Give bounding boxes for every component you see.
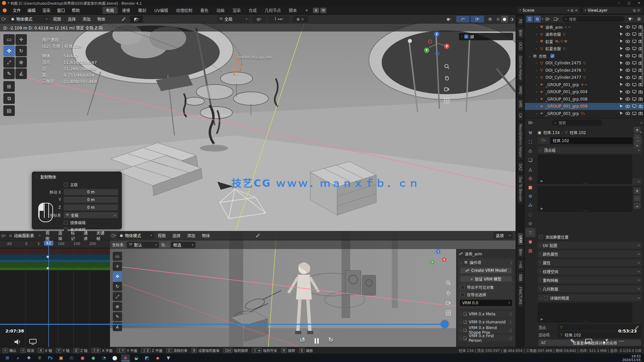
render-disable-icon[interactable] [639,112,643,115]
vgroup-remove-button[interactable]: − [634,134,641,140]
properties-tab[interactable]: ⚙ [525,192,535,201]
shape-keys-list[interactable]: ▶ ⣀⣀ [538,186,632,212]
expand-arrow[interactable]: ⌄ [528,54,532,58]
speaker-icon[interactable] [13,338,21,346]
tool-button[interactable]: ∡ [15,68,27,79]
active-tool-dropdown[interactable]: ◩▾ [130,16,143,22]
outliner-editor-chevron[interactable]: ▾ [542,17,543,20]
workspace-tab[interactable]: 渲染 [229,7,244,14]
outliner-row[interactable]: › OOI_Cylinder.2477 [525,74,644,81]
maximize-button[interactable]: □ [624,0,634,6]
snap-dropdown[interactable]: ⌇ ⊶▾ [268,16,289,22]
workspace-tab[interactable]: 脚本 [285,7,301,14]
viewport-menu-item[interactable]: 物体 [94,16,109,22]
taskbar-app-icon[interactable]: ⊚ [121,354,130,361]
properties-tab[interactable]: ◍ [525,174,535,183]
camera-view-icon[interactable] [443,85,451,93]
hide-eye-icon[interactable] [626,47,630,50]
selectable-icon[interactable] [620,61,623,65]
expand-arrow[interactable]: › [534,112,538,115]
outliner-row[interactable]: › _GROUP_003_grp [525,110,644,117]
viewport-disable-icon[interactable] [632,33,636,36]
object-name[interactable]: _GROUP_001_grp [545,82,579,87]
selectable-icon[interactable] [620,83,623,86]
hide-eye-icon[interactable] [626,25,630,28]
mesh-name-field[interactable]: 柱体.102 [550,137,633,144]
tool-button[interactable]: ⊕ [15,57,27,68]
properties-tab[interactable]: ▦ [525,246,535,255]
filter-funnel-icon[interactable]: ▼▾ [627,16,634,22]
selectable-icon[interactable] [620,25,623,29]
hide-eye-icon[interactable] [626,62,630,65]
properties-editor-icon[interactable]: ⊟▾ [527,119,534,126]
pan-hand-icon[interactable] [444,289,452,297]
taskbar-app-icon[interactable]: ❖ [24,354,33,361]
tool-button[interactable]: ✎ [3,68,15,79]
visibility-dropdown[interactable]: ◉▾ [442,16,455,22]
workspace-tab[interactable]: 合成 [245,7,260,14]
properties-tab[interactable]: ◬ [525,165,535,174]
hide-eye-icon[interactable] [626,83,630,86]
npanel-tab[interactable]: 工具 [517,259,524,270]
viewport-secondary[interactable]: ⬡▾ ▣物体模式▾ 视图选择添加物体 🖉 选项▾ 坐标系: ⤱默认▾ 拖… 框选… [110,231,516,347]
object-name[interactable]: _GROUP_003_grp [545,111,579,116]
viewport-disable-icon[interactable] [632,69,636,72]
outliner-row[interactable]: › 波奇衣服 [525,31,644,38]
viewport-disable-icon[interactable] [632,98,636,101]
properties-options-chevron[interactable]: ▾ [641,121,642,124]
properties-tab[interactable]: ■ [525,183,535,192]
expand-arrow[interactable]: › [534,90,538,94]
tool-button[interactable]: ⊕ [113,302,122,311]
workspace-tab[interactable]: 几何节点 [261,7,284,14]
selectable-icon[interactable] [620,54,623,58]
proportional-edit-icon[interactable]: ◉ ∧ [292,16,308,22]
outliner-row[interactable]: › _GROUP_001_grp.004 [525,88,644,96]
selectable-icon[interactable] [620,97,623,101]
menu-item[interactable]: 编辑 [24,7,39,13]
pause-button[interactable] [315,338,319,344]
viewport-menu-item[interactable]: 选择 [64,16,79,22]
selectable-icon[interactable] [620,105,623,108]
taskbar-app-icon[interactable]: ◩ [143,354,151,361]
selectable-icon[interactable] [620,68,623,72]
collapsed-panel[interactable]: ›纹理空间≡ [538,268,642,275]
taskbar-app-icon[interactable]: ⊞ [3,354,12,361]
eyedropper-icon[interactable]: 🖉 [254,232,262,239]
workspace-tab[interactable]: 雕刻 [135,7,150,14]
expand-arrow[interactable]: › [534,40,538,43]
vertex-groups-panel-header[interactable]: ⌄顶点组≡ [538,146,642,154]
hide-eye-icon[interactable] [626,54,630,57]
expand-arrow[interactable]: › [534,47,538,50]
expand-arrow[interactable]: › [534,33,538,36]
workspace-tab[interactable]: 建模 [118,7,134,14]
export-invisible-row[interactable]: 导出不可见对象 [461,285,512,290]
taskbar-app-icon[interactable]: ⬤ [110,354,119,361]
pan-hand-icon[interactable] [443,74,451,82]
workspace-tab[interactable]: + [301,7,312,13]
taskbar-clock[interactable]: 19:53 2024/11/16 [622,354,641,362]
vrm-version-dropdown[interactable]: VRM 0.0▾ [460,300,512,306]
shapekey-remove-button[interactable]: − [634,195,641,201]
viewport-disable-icon[interactable] [632,83,636,86]
render-disable-icon[interactable] [639,90,643,94]
zoom-icon[interactable] [444,279,452,287]
gizmo-z-axis[interactable]: Z [434,32,439,37]
viewport-disable-icon[interactable] [632,40,636,43]
outliner-editor-icon-2[interactable]: ⧉ [534,16,541,22]
expand-arrow[interactable]: › [534,98,538,101]
timeline-menu-item[interactable]: 视图 [43,231,55,241]
keyframe-diamond[interactable]: ◆ [46,254,49,259]
navigation-gizmo[interactable]: Z X Y [423,32,450,58]
move-z-field[interactable]: 0 m [64,204,118,210]
taskbar-app-icon[interactable]: ◆ [153,354,162,361]
editor-type-icon[interactable]: ⬡▾ [110,232,117,239]
dopesheet-editor-icon[interactable]: ◇▾ [0,232,7,239]
outliner-row[interactable]: › 虹夏 [525,38,644,45]
npanel-tab[interactable]: 视图 [517,272,524,283]
render-disable-icon[interactable] [639,98,643,101]
outliner-row[interactable]: › OOI_Cylinder.2476 [525,67,644,74]
viewport-disable-icon[interactable] [632,105,636,108]
select-mode-dropdown[interactable]: 框选▾ [171,242,196,248]
outliner-row[interactable]: › OOI_Cylinder.2475 [525,60,644,67]
viewport-menu-item[interactable]: 添加 [184,233,199,238]
